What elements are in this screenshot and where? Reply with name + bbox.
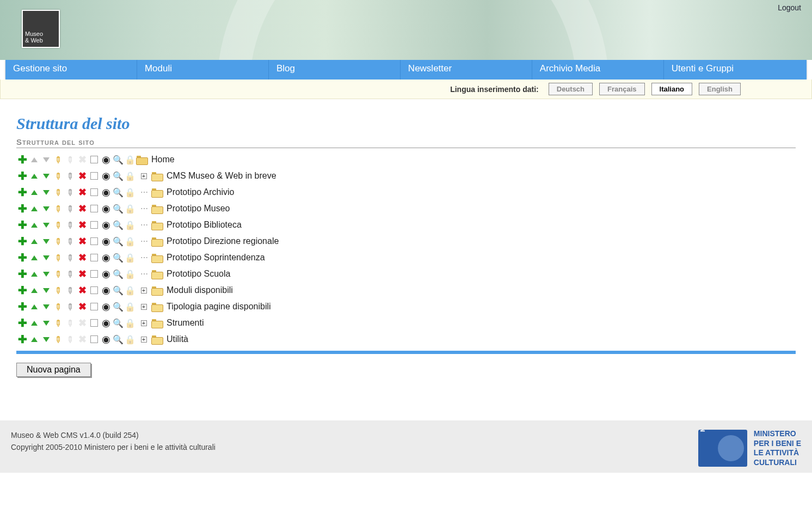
visibility-icon[interactable]: ◉ [100, 317, 112, 329]
logout-link[interactable]: Logout [778, 3, 801, 12]
select-checkbox[interactable] [88, 301, 100, 313]
logo-text-2: & Web [25, 37, 43, 44]
tree-item-label[interactable]: Prototipo Direzione regionale [167, 236, 279, 246]
lock-icon: 🔒 [124, 203, 136, 215]
tree-connector: ⋯ [136, 204, 151, 213]
move-up-icon[interactable] [28, 284, 40, 296]
move-up-icon[interactable] [28, 333, 40, 345]
add-icon[interactable]: ✚ [16, 186, 28, 198]
move-up-icon[interactable] [28, 252, 40, 264]
move-up-icon[interactable] [28, 268, 40, 280]
delete-icon: ✖ [76, 317, 88, 329]
menu-moduli[interactable]: Moduli [137, 60, 269, 80]
language-label: Lingua inserimento dati: [450, 85, 539, 94]
folder-icon [151, 236, 163, 246]
add-icon[interactable]: ✚ [16, 170, 28, 182]
move-up-icon[interactable] [28, 317, 40, 329]
expand-toggle[interactable]: + [136, 304, 151, 310]
visibility-icon[interactable]: ◉ [100, 154, 112, 166]
move-up-icon[interactable] [28, 219, 40, 231]
tree-item-label[interactable]: Moduli disponibili [167, 285, 233, 295]
preview-icon[interactable]: 🔍 [112, 252, 124, 264]
select-checkbox[interactable] [88, 284, 100, 296]
tree-item-label[interactable]: Prototipo Archivio [167, 187, 235, 197]
add-icon[interactable]: ✚ [16, 203, 28, 215]
preview-icon[interactable]: 🔍 [112, 301, 124, 313]
preview-icon[interactable]: 🔍 [112, 317, 124, 329]
move-up-icon[interactable] [28, 203, 40, 215]
preview-icon[interactable]: 🔍 [112, 154, 124, 166]
tree-item-label[interactable]: Tipologia pagine disponibili [167, 302, 271, 312]
select-checkbox[interactable] [88, 186, 100, 198]
visibility-icon[interactable]: ◉ [100, 203, 112, 215]
tree-row: ✚✎✎✖◉🔍🔒⋯Prototipo Museo [16, 200, 796, 217]
expand-toggle[interactable]: + [136, 337, 151, 343]
visibility-icon[interactable]: ◉ [100, 301, 112, 313]
visibility-icon[interactable]: ◉ [100, 186, 112, 198]
preview-icon[interactable]: 🔍 [112, 219, 124, 231]
select-checkbox[interactable] [88, 268, 100, 280]
tree-item-label[interactable]: Prototipo Soprintendenza [167, 253, 265, 262]
expand-toggle[interactable]: + [136, 320, 151, 326]
move-up-icon[interactable] [28, 170, 40, 182]
tree-item-label[interactable]: Prototipo Scuola [167, 269, 230, 279]
move-up-icon[interactable] [28, 235, 40, 247]
add-icon[interactable]: ✚ [16, 252, 28, 264]
new-page-button[interactable]: Nuova pagina [16, 363, 91, 377]
tree-item-label[interactable]: Strumenti [167, 318, 204, 328]
preview-icon[interactable]: 🔍 [112, 235, 124, 247]
select-checkbox[interactable] [88, 170, 100, 182]
expand-toggle[interactable]: + [136, 173, 151, 179]
tree-item-label[interactable]: Prototipo Museo [167, 204, 230, 213]
visibility-icon[interactable]: ◉ [100, 268, 112, 280]
expand-toggle[interactable]: + [136, 288, 151, 294]
select-checkbox[interactable] [88, 203, 100, 215]
visibility-icon[interactable]: ◉ [100, 170, 112, 182]
preview-icon[interactable]: 🔍 [112, 186, 124, 198]
move-up-icon[interactable] [28, 301, 40, 313]
folder-icon [136, 155, 148, 164]
menu-archivio-media[interactable]: Archivio Media [532, 60, 664, 80]
lang-francais[interactable]: Français [599, 83, 644, 95]
move-up-icon [28, 154, 40, 166]
select-checkbox[interactable] [88, 154, 100, 166]
tree-item-label[interactable]: Utilità [167, 334, 188, 344]
tree-row: ✚✎✎✖◉🔍🔒+CMS Museo & Web in breve [16, 168, 796, 184]
visibility-icon[interactable]: ◉ [100, 235, 112, 247]
preview-icon[interactable]: 🔍 [112, 170, 124, 182]
tree-item-label[interactable]: Home [151, 155, 175, 164]
lang-italiano[interactable]: Italiano [651, 83, 693, 95]
menu-gestione-sito[interactable]: Gestione sito [5, 60, 137, 80]
add-icon[interactable]: ✚ [16, 219, 28, 231]
visibility-icon[interactable]: ◉ [100, 219, 112, 231]
move-up-icon[interactable] [28, 186, 40, 198]
add-icon[interactable]: ✚ [16, 284, 28, 296]
add-icon[interactable]: ✚ [16, 301, 28, 313]
tree-item-label[interactable]: CMS Museo & Web in breve [167, 171, 276, 181]
preview-icon[interactable]: 🔍 [112, 268, 124, 280]
add-icon[interactable]: ✚ [16, 317, 28, 329]
lang-deutsch[interactable]: Deutsch [549, 83, 593, 95]
language-bar: Lingua inserimento dati: Deutsch Françai… [0, 80, 812, 99]
add-icon[interactable]: ✚ [16, 235, 28, 247]
menu-utenti-gruppi[interactable]: Utenti e Gruppi [664, 60, 807, 80]
preview-icon[interactable]: 🔍 [112, 333, 124, 345]
select-checkbox[interactable] [88, 235, 100, 247]
visibility-icon[interactable]: ◉ [100, 333, 112, 345]
lang-english[interactable]: English [699, 83, 741, 95]
folder-icon [151, 318, 163, 328]
select-checkbox[interactable] [88, 252, 100, 264]
add-icon[interactable]: ✚ [16, 268, 28, 280]
select-checkbox[interactable] [88, 219, 100, 231]
menu-newsletter[interactable]: Newsletter [401, 60, 532, 80]
preview-icon[interactable]: 🔍 [112, 284, 124, 296]
preview-icon[interactable]: 🔍 [112, 203, 124, 215]
tree-item-label[interactable]: Prototipo Biblioteca [167, 220, 242, 230]
add-icon[interactable]: ✚ [16, 154, 28, 166]
visibility-icon[interactable]: ◉ [100, 284, 112, 296]
select-checkbox[interactable] [88, 333, 100, 345]
add-icon[interactable]: ✚ [16, 333, 28, 345]
select-checkbox[interactable] [88, 317, 100, 329]
menu-blog[interactable]: Blog [269, 60, 401, 80]
visibility-icon[interactable]: ◉ [100, 252, 112, 264]
